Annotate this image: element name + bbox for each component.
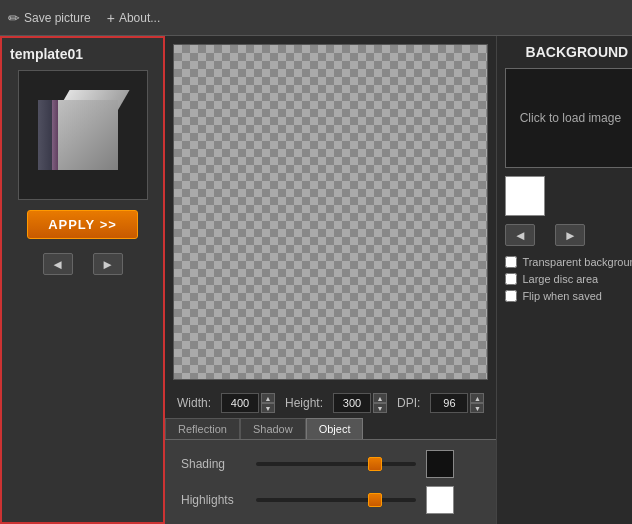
highlights-label: Highlights — [181, 493, 246, 507]
controls-panel: Shading Highlights — [165, 439, 496, 524]
height-up-button[interactable]: ▲ — [373, 393, 387, 403]
transparent-bg-label: Transparent background — [522, 256, 632, 268]
height-spinners: ▲ ▼ — [373, 393, 387, 413]
background-load-area[interactable]: Click to load image — [505, 68, 632, 168]
tab-object[interactable]: Object — [306, 418, 364, 439]
background-options: Transparent background Large disc area F… — [505, 256, 632, 302]
dpi-input[interactable] — [430, 393, 468, 413]
save-icon: ✏ — [8, 10, 20, 26]
background-panel: BACKGROUND Click to load image ◄ ► Trans… — [496, 36, 632, 524]
dpi-input-group: ▲ ▼ — [430, 393, 484, 413]
background-load-label: Click to load image — [520, 111, 621, 125]
highlights-color-swatch[interactable] — [426, 486, 454, 514]
width-up-button[interactable]: ▲ — [261, 393, 275, 403]
flip-when-saved-checkbox[interactable] — [505, 290, 517, 302]
center-panel: Width: ▲ ▼ Height: ▲ ▼ DPI: ▲ — [165, 36, 496, 524]
save-picture-button[interactable]: ✏ Save picture — [8, 10, 91, 26]
background-next-button[interactable]: ► — [555, 224, 585, 246]
shading-thumb[interactable] — [368, 457, 382, 471]
height-input-group: ▲ ▼ — [333, 393, 387, 413]
shading-row: Shading — [181, 450, 480, 478]
dpi-label: DPI: — [397, 396, 420, 410]
large-disc-label: Large disc area — [522, 273, 598, 285]
dpi-spinners: ▲ ▼ — [470, 393, 484, 413]
height-down-button[interactable]: ▼ — [373, 403, 387, 413]
dpi-up-button[interactable]: ▲ — [470, 393, 484, 403]
width-input[interactable] — [221, 393, 259, 413]
highlights-track — [256, 498, 416, 502]
transparent-bg-option[interactable]: Transparent background — [505, 256, 632, 268]
height-label: Height: — [285, 396, 323, 410]
shading-color-swatch[interactable] — [426, 450, 454, 478]
tab-reflection[interactable]: Reflection — [165, 418, 240, 439]
transparent-bg-checkbox[interactable] — [505, 256, 517, 268]
background-title: BACKGROUND — [505, 44, 632, 60]
about-button[interactable]: + About... — [107, 10, 161, 26]
canvas — [173, 44, 488, 380]
height-input[interactable] — [333, 393, 371, 413]
width-label: Width: — [177, 396, 211, 410]
highlights-row: Highlights — [181, 486, 480, 514]
shading-label: Shading — [181, 457, 246, 471]
template-panel: template01 APPLY >> ◄ ► — [0, 36, 165, 524]
box-front — [58, 100, 118, 170]
background-prev-button[interactable]: ◄ — [505, 224, 535, 246]
tabs-row: Reflection Shadow Object — [165, 418, 496, 439]
template-title: template01 — [10, 46, 83, 62]
template-next-button[interactable]: ► — [93, 253, 123, 275]
width-spinners: ▲ ▼ — [261, 393, 275, 413]
flip-when-saved-option[interactable]: Flip when saved — [505, 290, 632, 302]
highlights-thumb[interactable] — [368, 493, 382, 507]
template-3d-preview — [38, 90, 128, 180]
dimensions-bar: Width: ▲ ▼ Height: ▲ ▼ DPI: ▲ — [165, 388, 496, 418]
dpi-down-button[interactable]: ▼ — [470, 403, 484, 413]
shading-track — [256, 462, 416, 466]
about-icon: + — [107, 10, 115, 26]
width-input-group: ▲ ▼ — [221, 393, 275, 413]
save-label: Save picture — [24, 11, 91, 25]
tab-shadow[interactable]: Shadow — [240, 418, 306, 439]
template-prev-button[interactable]: ◄ — [43, 253, 73, 275]
template-nav: ◄ ► — [43, 253, 123, 275]
background-nav: ◄ ► — [505, 224, 632, 246]
large-disc-option[interactable]: Large disc area — [505, 273, 632, 285]
apply-button[interactable]: APPLY >> — [27, 210, 138, 239]
template-preview — [18, 70, 148, 200]
background-color-swatch[interactable] — [505, 176, 545, 216]
width-down-button[interactable]: ▼ — [261, 403, 275, 413]
main-area: template01 APPLY >> ◄ ► Width: ▲ ▼ — [0, 36, 632, 524]
toolbar: ✏ Save picture + About... — [0, 0, 632, 36]
large-disc-checkbox[interactable] — [505, 273, 517, 285]
flip-when-saved-label: Flip when saved — [522, 290, 602, 302]
about-label: About... — [119, 11, 160, 25]
